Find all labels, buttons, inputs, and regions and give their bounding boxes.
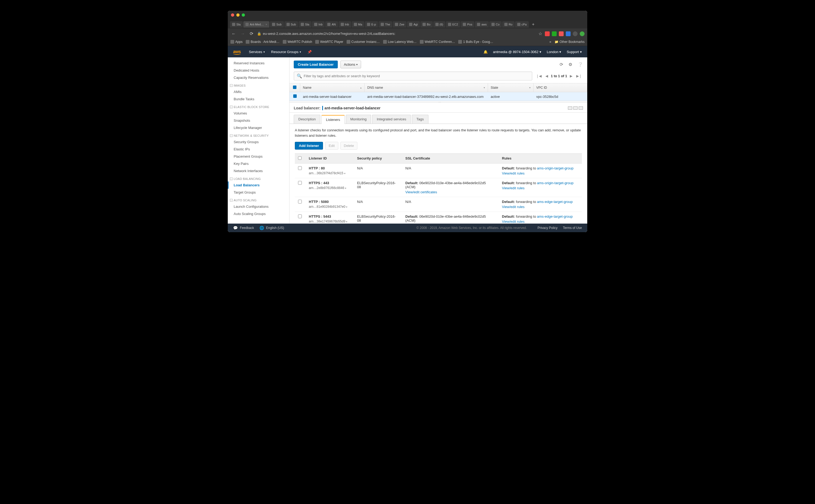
bookmark-item[interactable]: WebRTC Conferen…	[420, 40, 455, 44]
maximize-window-icon[interactable]	[242, 13, 245, 17]
add-listener-button[interactable]: Add listener	[295, 142, 323, 150]
browser-tab[interactable]: Co	[489, 21, 502, 28]
bookmark-item[interactable]: Apps	[230, 40, 242, 44]
minimize-window-icon[interactable]	[236, 13, 239, 17]
tab-integrated-services[interactable]: Integrated services	[372, 115, 411, 124]
other-bookmarks[interactable]: 📁 Other Bookmarks	[555, 40, 585, 44]
nav-services[interactable]: Services▾	[249, 50, 265, 54]
col-state[interactable]: State▾	[488, 83, 534, 92]
bookmark-item[interactable]: WebRTC Publish	[283, 40, 312, 44]
nav-region[interactable]: London▾	[547, 50, 561, 54]
listener-checkbox[interactable]	[298, 200, 302, 203]
back-button[interactable]: ←	[230, 30, 237, 37]
reload-button[interactable]: ⟳	[249, 30, 254, 37]
view-edit-rules-link[interactable]: View/edit rules	[502, 220, 525, 224]
sidebar-item[interactable]: Key Pairs	[228, 160, 289, 167]
create-lb-button[interactable]: Create Load Balancer	[294, 61, 338, 68]
sidebar-section[interactable]: −IMAGES	[228, 81, 289, 88]
sidebar-item[interactable]: Dedicated Hosts	[228, 67, 289, 74]
browser-tab[interactable]: Sla	[230, 21, 243, 28]
actions-button[interactable]: Actions▾	[340, 61, 361, 68]
listener-arn[interactable]: arn…38e17459676b55d9 ▾	[309, 220, 350, 223]
language-selector[interactable]: 🌐English (US)	[259, 226, 284, 230]
browser-tab[interactable]: Ant-Med…×	[243, 21, 269, 28]
browser-tab[interactable]: Inb	[312, 21, 324, 28]
terms-link[interactable]: Terms of Use	[563, 226, 582, 230]
view-edit-rules-link[interactable]: View/edit rules	[502, 171, 525, 175]
bookmark-item[interactable]: Low Latency Web…	[383, 40, 417, 44]
star-icon[interactable]: ☆	[539, 31, 542, 36]
col-vpc[interactable]: VPC ID	[534, 83, 587, 92]
ext-icon-3[interactable]	[559, 31, 564, 36]
tab-description[interactable]: Description	[294, 115, 320, 124]
browser-tab[interactable]: Sla	[298, 21, 311, 28]
ext-icon-5[interactable]	[580, 31, 585, 36]
bookmark-item[interactable]: WebRTC Player	[315, 40, 343, 44]
bell-icon[interactable]: 🔔	[484, 50, 488, 54]
tab-monitoring[interactable]: Monitoring	[346, 115, 371, 124]
tab-listeners[interactable]: Listeners	[321, 115, 345, 124]
browser-tab[interactable]: Ma	[352, 21, 364, 28]
sidebar-item[interactable]: Auto Scaling Groups	[228, 210, 289, 217]
sidebar-item[interactable]: Bundle Tasks	[228, 95, 289, 103]
browser-tab[interactable]: Zee	[393, 21, 406, 28]
listener-checkbox[interactable]	[298, 214, 302, 218]
listener-arn[interactable]: arn…36b287f4d78cf415 ▾	[309, 171, 350, 175]
browser-tab[interactable]: Sub	[270, 21, 284, 28]
bookmark-item[interactable]: Boards · Ant-Medi…	[246, 40, 279, 44]
browser-tab[interactable]: EC2	[446, 21, 460, 28]
profile-avatar[interactable]	[573, 31, 578, 36]
refresh-icon[interactable]: ⟳	[560, 62, 563, 67]
target-group-link[interactable]: ams-origin-target-group	[537, 166, 574, 170]
new-tab-button[interactable]: +	[529, 20, 537, 28]
browser-tab[interactable]: AN	[325, 21, 338, 28]
listener-arn[interactable]: arn…81e90284b91347e0 ▾	[309, 205, 350, 209]
sidebar-section[interactable]: −ELASTIC BLOCK STORE	[228, 103, 289, 110]
sidebar-section[interactable]: −LOAD BALANCING	[228, 175, 289, 181]
close-window-icon[interactable]	[231, 13, 234, 17]
browser-tab[interactable]: E-p	[365, 21, 378, 28]
pin-icon[interactable]: 📌	[307, 50, 312, 54]
sidebar-item[interactable]: Volumes	[228, 110, 289, 117]
select-all-checkbox[interactable]	[293, 86, 296, 89]
sidebar-item[interactable]: Snapshots	[228, 117, 289, 124]
gear-icon[interactable]: ⚙	[569, 62, 572, 67]
tab-tags[interactable]: Tags	[412, 115, 428, 124]
privacy-link[interactable]: Privacy Policy	[538, 226, 558, 230]
sidebar-item[interactable]: Placement Groups	[228, 153, 289, 160]
help-icon[interactable]: ❔	[578, 62, 583, 67]
view-split-icon[interactable]	[573, 106, 578, 110]
bookmark-item[interactable]: Customer Instanc…	[346, 40, 380, 44]
sidebar-item[interactable]: Load Balancers	[228, 181, 289, 189]
nav-support[interactable]: Support▾	[567, 50, 582, 54]
nav-resource-groups[interactable]: Resource Groups▾	[271, 50, 301, 54]
sidebar-item[interactable]: Target Groups	[228, 189, 289, 196]
bookmarks-overflow[interactable]: »	[550, 40, 551, 44]
ext-icon-4[interactable]	[566, 31, 571, 36]
pager-first-icon[interactable]: ❘◀	[535, 73, 543, 79]
sidebar-item[interactable]: Security Groups	[228, 138, 289, 146]
sidebar-item[interactable]: Lifecycle Manager	[228, 124, 289, 131]
target-group-link[interactable]: ams-edge-target-group	[537, 200, 573, 204]
target-group-link[interactable]: ams-edge-target-group	[537, 214, 573, 218]
url-field[interactable]: 🔒 eu-west-2.console.aws.amazon.com/ec2/v…	[257, 32, 536, 36]
listener-arn[interactable]: arn…2e8b9761f66c8846 ▾	[309, 186, 350, 190]
sidebar-item[interactable]: Network Interfaces	[228, 167, 289, 175]
listener-checkbox[interactable]	[298, 166, 302, 170]
browser-tab[interactable]: The	[378, 21, 392, 28]
col-dns[interactable]: DNS name▾	[364, 83, 488, 92]
browser-tab[interactable]: Agi	[407, 21, 420, 28]
browser-tab[interactable]: aws	[475, 21, 489, 28]
pager-prev-icon[interactable]: ◀	[544, 73, 549, 79]
sidebar-item[interactable]: Reserved Instances	[228, 60, 289, 67]
ext-icon-1[interactable]	[545, 31, 550, 36]
view-top-icon[interactable]	[568, 106, 572, 110]
pager-last-icon[interactable]: ▶❘	[575, 73, 583, 79]
close-tab-icon[interactable]: ×	[265, 23, 267, 26]
view-edit-rules-link[interactable]: View/edit rules	[502, 205, 525, 209]
pager-next-icon[interactable]: ▶	[569, 73, 574, 79]
aws-logo[interactable]: aws	[233, 49, 241, 54]
search-input[interactable]	[304, 74, 529, 78]
row-checkbox[interactable]	[293, 94, 297, 98]
browser-tab[interactable]: Sub	[284, 21, 298, 28]
